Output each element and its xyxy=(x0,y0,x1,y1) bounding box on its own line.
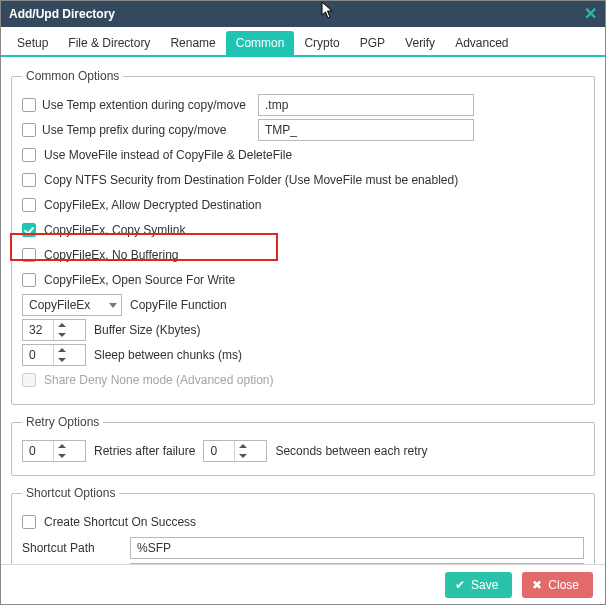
save-button-label: Save xyxy=(471,578,498,592)
sleep-chunks-up[interactable] xyxy=(54,345,69,355)
copy-ntfs-checkbox[interactable] xyxy=(22,173,36,187)
sleep-chunks-down[interactable] xyxy=(54,355,69,365)
tab-advanced[interactable]: Advanced xyxy=(445,31,518,55)
tab-setup[interactable]: Setup xyxy=(7,31,58,55)
retries-value: 0 xyxy=(23,441,53,461)
copy-ntfs-label: Copy NTFS Security from Destination Fold… xyxy=(44,173,458,187)
copyfile-function-select[interactable]: CopyFileEx xyxy=(22,294,122,316)
titlebar-close-icon[interactable]: ✕ xyxy=(584,6,597,22)
sleep-chunks-label: Sleep between chunks (ms) xyxy=(94,348,242,362)
close-button[interactable]: ✖ Close xyxy=(522,572,593,598)
buffer-size-stepper[interactable]: 32 xyxy=(22,319,86,341)
use-temp-prefix-label: Use Temp prefix during copy/move xyxy=(42,123,227,137)
buffer-size-up[interactable] xyxy=(54,320,69,330)
tab-file-directory[interactable]: File & Directory xyxy=(58,31,160,55)
tab-crypto[interactable]: Crypto xyxy=(294,31,349,55)
retries-up[interactable] xyxy=(54,441,69,451)
retry-seconds-label: Seconds between each retry xyxy=(275,444,427,458)
buffer-size-label: Buffer Size (Kbytes) xyxy=(94,323,201,337)
tab-bar: Setup File & Directory Rename Common Cry… xyxy=(1,27,605,57)
common-options-legend: Common Options xyxy=(22,69,123,83)
retries-label: Retries after failure xyxy=(94,444,195,458)
use-movefile-checkbox[interactable] xyxy=(22,148,36,162)
create-shortcut-label: Create Shortcut On Success xyxy=(44,515,196,529)
copyfile-function-label: CopyFile Function xyxy=(130,298,227,312)
share-deny-label: Share Deny None mode (Advanced option) xyxy=(44,373,273,387)
buffer-size-down[interactable] xyxy=(54,330,69,340)
use-movefile-label: Use MoveFile instead of CopyFile & Delet… xyxy=(44,148,292,162)
no-buffering-label: CopyFileEx, No Buffering xyxy=(44,248,179,262)
no-buffering-checkbox[interactable] xyxy=(22,248,36,262)
copy-symlink-checkbox[interactable] xyxy=(22,223,36,237)
retry-options-legend: Retry Options xyxy=(22,415,103,429)
retry-options-group: Retry Options 0 Retries after failure 0 … xyxy=(11,415,595,476)
retry-seconds-up[interactable] xyxy=(235,441,250,451)
retry-seconds-stepper[interactable]: 0 xyxy=(203,440,267,462)
save-button[interactable]: ✔ Save xyxy=(445,572,512,598)
allow-decrypted-label: CopyFileEx, Allow Decrypted Destination xyxy=(44,198,261,212)
tab-common[interactable]: Common xyxy=(226,31,295,55)
create-shortcut-checkbox[interactable] xyxy=(22,515,36,529)
shortcut-path-input[interactable] xyxy=(130,537,584,559)
check-icon: ✔ xyxy=(455,579,465,591)
tab-pgp[interactable]: PGP xyxy=(350,31,395,55)
use-temp-ext-checkbox[interactable] xyxy=(22,98,36,112)
temp-prefix-input[interactable] xyxy=(258,119,474,141)
retries-down[interactable] xyxy=(54,451,69,461)
use-temp-prefix-checkbox[interactable] xyxy=(22,123,36,137)
tab-rename[interactable]: Rename xyxy=(160,31,225,55)
tab-verify[interactable]: Verify xyxy=(395,31,445,55)
allow-decrypted-checkbox[interactable] xyxy=(22,198,36,212)
close-icon: ✖ xyxy=(532,579,542,591)
copyfile-function-value: CopyFileEx xyxy=(29,298,90,312)
temp-ext-input[interactable] xyxy=(258,94,474,116)
retry-seconds-value: 0 xyxy=(204,441,234,461)
window-title: Add/Upd Directory xyxy=(9,7,115,21)
shortcut-options-legend: Shortcut Options xyxy=(22,486,119,500)
copy-symlink-label: CopyFileEx, Copy Symlink xyxy=(44,223,185,237)
chevron-down-icon xyxy=(109,303,117,308)
use-temp-ext-label: Use Temp extention during copy/move xyxy=(42,98,246,112)
common-options-group: Common Options Use Temp extention during… xyxy=(11,69,595,405)
close-button-label: Close xyxy=(548,578,579,592)
retries-stepper[interactable]: 0 xyxy=(22,440,86,462)
sleep-chunks-value: 0 xyxy=(23,345,53,365)
retry-seconds-down[interactable] xyxy=(235,451,250,461)
open-source-write-checkbox[interactable] xyxy=(22,273,36,287)
shortcut-path-label: Shortcut Path xyxy=(22,541,122,555)
sleep-chunks-stepper[interactable]: 0 xyxy=(22,344,86,366)
share-deny-checkbox xyxy=(22,373,36,387)
buffer-size-value: 32 xyxy=(23,320,53,340)
open-source-write-label: CopyFileEx, Open Source For Write xyxy=(44,273,235,287)
